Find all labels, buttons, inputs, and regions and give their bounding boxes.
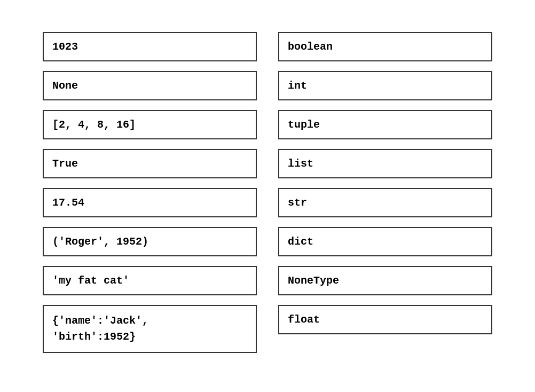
item-true: True <box>43 149 257 178</box>
item-float: 17.54 <box>43 188 257 217</box>
type-int: int <box>278 71 492 100</box>
type-list: list <box>278 149 492 178</box>
item-tuple: ('Roger', 1952) <box>43 227 257 256</box>
right-column: booleaninttupleliststrdictNoneTypefloat <box>278 32 492 353</box>
item-dict-line-1: 'birth':1952} <box>52 329 136 345</box>
item-dict-line-0: {'name':'Jack', <box>52 313 148 329</box>
type-dict: dict <box>278 227 492 256</box>
type-tuple: tuple <box>278 110 492 139</box>
item-string: 'my fat cat' <box>43 266 257 295</box>
main-container: 1023None[2, 4, 8, 16]True17.54('Roger', … <box>0 0 535 385</box>
item-list: [2, 4, 8, 16] <box>43 110 257 139</box>
item-none: None <box>43 71 257 100</box>
type-nonetype: NoneType <box>278 266 492 295</box>
item-1023: 1023 <box>43 32 257 61</box>
type-boolean: boolean <box>278 32 492 61</box>
item-dict: {'name':'Jack', 'birth':1952} <box>43 305 257 353</box>
type-float: float <box>278 305 492 334</box>
left-column: 1023None[2, 4, 8, 16]True17.54('Roger', … <box>43 32 257 353</box>
type-str: str <box>278 188 492 217</box>
